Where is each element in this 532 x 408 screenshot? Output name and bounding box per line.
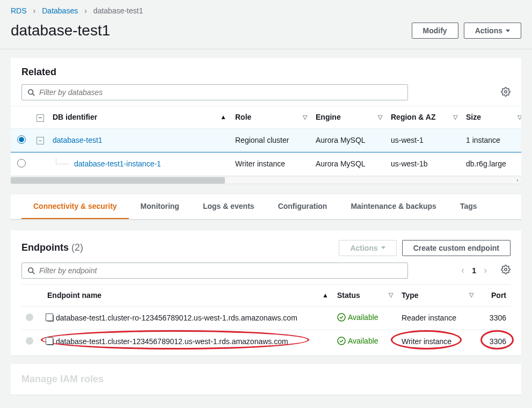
filter-icon[interactable]: ▽ [303, 114, 307, 121]
cell-size: 1 instance [462, 128, 521, 152]
tab-connectivity[interactable]: Connectivity & security [21, 194, 129, 219]
related-search[interactable] [21, 84, 408, 100]
cell-engine: Aurora MySQL [311, 152, 387, 176]
cell-role: Regional cluster [231, 128, 311, 152]
row-radio[interactable] [26, 314, 33, 321]
svg-point-3 [28, 267, 33, 272]
endpoint-name: database-test1.cluster-123456789012.us-w… [56, 337, 288, 346]
copy-icon[interactable] [47, 315, 54, 322]
check-circle-icon [337, 313, 346, 322]
cell-region: us-west-1b [387, 152, 462, 176]
col-identifier[interactable]: DB identifier [53, 113, 97, 121]
tab-configuration[interactable]: Configuration [266, 194, 339, 219]
endpoint-port: 3306 [490, 337, 506, 346]
endpoint-row[interactable]: database-test1.cluster-123456789012.us-w… [21, 330, 511, 353]
filter-icon[interactable]: ▽ [453, 114, 457, 121]
related-title: Related [21, 67, 511, 78]
tab-logs[interactable]: Logs & events [191, 194, 266, 219]
filter-icon[interactable]: ▽ [469, 292, 473, 298]
filter-icon[interactable]: ▽ [378, 114, 382, 121]
svg-point-2 [505, 90, 507, 93]
actions-button-label: Actions [475, 26, 502, 35]
expand-toggle[interactable]: − [37, 137, 44, 144]
search-icon [27, 267, 35, 274]
scroll-right-icon[interactable]: › [514, 177, 521, 184]
pager-page: 1 [472, 266, 476, 275]
iam-roles-title: Manage IAM roles [21, 374, 104, 384]
endpoint-port: 3306 [478, 306, 511, 330]
endpoint-type: Writer instance [402, 337, 451, 346]
horizontal-scrollbar[interactable]: ‹ › [11, 176, 521, 184]
page-title: database-test1 [11, 22, 110, 39]
tab-monitoring[interactable]: Monitoring [129, 194, 191, 219]
cell-region: us-west-1 [387, 128, 462, 152]
sort-asc-icon[interactable]: ▲ [220, 113, 227, 121]
endpoint-name: database-test1.cluster-ro-123456789012.u… [56, 314, 297, 322]
col-type[interactable]: Type [402, 291, 419, 300]
sort-asc-icon[interactable]: ▲ [322, 292, 329, 299]
create-endpoint-button[interactable]: Create custom endpoint [402, 240, 511, 256]
table-row[interactable]: database-test1-instance-1 Writer instanc… [11, 152, 521, 176]
svg-line-1 [33, 94, 35, 96]
endpoints-search-input[interactable] [39, 266, 402, 275]
col-endpoint-name[interactable]: Endpoint name [47, 291, 101, 300]
chevron-right-icon: › [33, 6, 36, 15]
search-icon [27, 89, 35, 96]
breadcrumb-databases[interactable]: Databases [42, 6, 78, 15]
related-table: − DB identifier▲ Role▽ Engine▽ Region & … [11, 106, 521, 176]
copy-icon[interactable] [47, 339, 54, 345]
tabset: Connectivity & security Monitoring Logs … [11, 194, 521, 220]
caret-down-icon [506, 30, 510, 32]
scrollbar-thumb[interactable] [11, 177, 225, 184]
col-size[interactable]: Size [466, 113, 481, 121]
table-row[interactable]: − database-test1 Regional cluster Aurora… [11, 128, 521, 152]
related-panel: Related − DB identifier▲ Role▽ [11, 58, 521, 184]
endpoints-table: Endpoint name▲ Status▽ Type▽ Port databa… [21, 284, 511, 353]
modify-button[interactable]: Modify [412, 23, 458, 39]
cell-role: Writer instance [231, 152, 311, 176]
col-port[interactable]: Port [491, 291, 506, 300]
svg-line-4 [33, 272, 35, 274]
tab-tags[interactable]: Tags [448, 194, 489, 219]
tree-indent-icon [56, 158, 69, 164]
gear-icon[interactable] [501, 87, 511, 98]
row-radio[interactable] [17, 159, 26, 167]
db-link[interactable]: database-test1-instance-1 [74, 159, 161, 168]
filter-icon[interactable]: ▽ [389, 292, 393, 298]
endpoints-count: (2) [71, 242, 83, 253]
actions-button[interactable]: Actions [464, 23, 521, 39]
status-badge: Available [337, 313, 378, 322]
row-radio[interactable] [17, 135, 26, 144]
endpoints-panel: Endpoints (2) Actions Create custom endp… [11, 230, 521, 355]
endpoints-actions-label: Actions [350, 244, 377, 252]
breadcrumb-current: database-test1 [93, 6, 143, 15]
pager-next-icon[interactable]: › [484, 265, 487, 276]
col-status[interactable]: Status [337, 291, 360, 300]
endpoints-search[interactable] [21, 263, 408, 279]
tab-maintenance[interactable]: Maintenance & backups [339, 194, 448, 219]
col-engine[interactable]: Engine [316, 113, 341, 121]
expand-all-toggle[interactable]: − [37, 114, 44, 122]
svg-point-0 [28, 90, 33, 94]
status-badge: Available [337, 337, 378, 345]
related-search-input[interactable] [39, 88, 402, 97]
db-link[interactable]: database-test1 [53, 136, 103, 144]
cell-size: db.r6g.large [462, 152, 521, 176]
endpoints-actions-button[interactable]: Actions [339, 240, 396, 256]
filter-icon[interactable]: ▽ [518, 114, 521, 121]
endpoint-type: Reader instance [397, 306, 478, 330]
endpoint-row[interactable]: database-test1.cluster-ro-123456789012.u… [21, 306, 511, 330]
row-radio[interactable] [26, 337, 33, 345]
check-circle-icon [337, 337, 346, 345]
svg-point-5 [505, 268, 507, 271]
col-region[interactable]: Region & AZ [391, 113, 435, 121]
col-role[interactable]: Role [235, 113, 251, 121]
chevron-right-icon: › [84, 6, 87, 15]
cell-engine: Aurora MySQL [311, 128, 387, 152]
breadcrumb: RDS › Databases › database-test1 [0, 0, 532, 19]
endpoints-title: Endpoints [21, 242, 69, 253]
breadcrumb-rds[interactable]: RDS [11, 6, 27, 15]
pager-prev-icon[interactable]: ‹ [461, 265, 464, 276]
iam-roles-panel: Manage IAM roles [11, 364, 521, 395]
gear-icon[interactable] [501, 265, 511, 276]
